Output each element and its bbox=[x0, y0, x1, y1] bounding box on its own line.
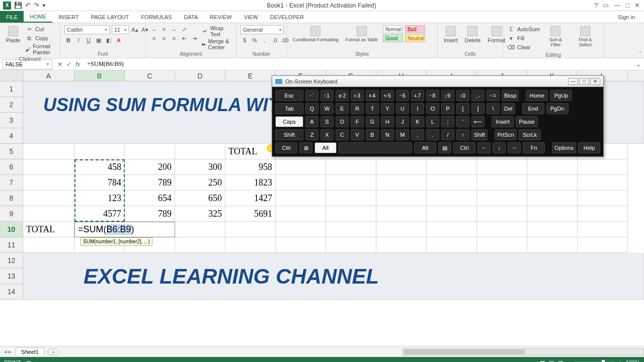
indent-dec-icon[interactable]: ⇤ bbox=[180, 34, 188, 42]
key-4[interactable]: $4 bbox=[366, 90, 379, 101]
key-0[interactable]: )0 bbox=[456, 90, 469, 101]
key-9[interactable]: (9 bbox=[441, 90, 454, 101]
align-mid-icon[interactable]: ≡ bbox=[160, 25, 168, 33]
key-Del[interactable]: Del bbox=[502, 103, 515, 114]
key-K[interactable]: K bbox=[411, 116, 424, 127]
cell-C7[interactable]: 789 bbox=[125, 175, 175, 191]
select-all-corner[interactable] bbox=[0, 70, 23, 81]
cut-button[interactable]: ✂Cut bbox=[25, 25, 56, 33]
key-C[interactable]: C bbox=[336, 129, 349, 140]
key-W[interactable]: W bbox=[320, 103, 334, 114]
key-`[interactable]: ~` bbox=[305, 90, 318, 101]
cell-E8[interactable]: 1427 bbox=[225, 191, 276, 206]
format-painter-button[interactable]: 🖌Format Painter bbox=[25, 43, 56, 55]
tab-view[interactable]: VIEW bbox=[238, 11, 264, 23]
key-'[interactable]: ' bbox=[456, 116, 469, 127]
key-,[interactable]: , bbox=[411, 129, 424, 140]
expand-formula-icon[interactable]: ⌄ bbox=[633, 61, 644, 68]
underline-icon[interactable]: U bbox=[85, 36, 93, 44]
key-↓[interactable]: ↓ bbox=[493, 142, 506, 153]
cell-E7[interactable]: 1823 bbox=[225, 175, 276, 191]
cell-B9[interactable]: 4577 bbox=[74, 206, 125, 222]
key-Fn[interactable]: Fn bbox=[523, 142, 545, 153]
key-space[interactable] bbox=[339, 142, 412, 153]
row-header-13[interactable]: 13 bbox=[0, 268, 23, 284]
view-pagebreak-icon[interactable]: ▥ bbox=[558, 359, 563, 363]
key-H[interactable]: H bbox=[381, 116, 394, 127]
copy-button[interactable]: ⧉Copy bbox=[25, 34, 56, 42]
indent-inc-icon[interactable]: ⇥ bbox=[190, 34, 198, 42]
key-Shift[interactable]: Shift bbox=[471, 129, 488, 140]
comma-icon[interactable]: , bbox=[261, 36, 269, 44]
cell-E6[interactable]: 958 bbox=[225, 159, 276, 175]
style-neutral[interactable]: Neutral bbox=[405, 34, 425, 42]
key-Shift[interactable]: Shift bbox=[275, 129, 303, 140]
key-7[interactable]: &7 bbox=[411, 90, 424, 101]
key-/[interactable]: / bbox=[441, 129, 454, 140]
signin-link[interactable]: Sign in bbox=[618, 11, 644, 23]
minimize-icon[interactable]: — bbox=[614, 2, 620, 9]
cell-B8[interactable]: 123 bbox=[74, 191, 125, 206]
key-L[interactable]: L bbox=[426, 116, 439, 127]
key-Q[interactable]: Q bbox=[305, 103, 318, 114]
cell-D6[interactable]: 300 bbox=[175, 159, 225, 175]
key-Insert[interactable]: Insert bbox=[492, 116, 514, 127]
qat-redo-icon[interactable]: ↷ bbox=[34, 2, 39, 9]
key-↑[interactable]: ↑ bbox=[456, 129, 469, 140]
key-V[interactable]: V bbox=[351, 129, 364, 140]
cell-D9[interactable]: 325 bbox=[175, 206, 225, 222]
tab-pagelayout[interactable]: PAGE LAYOUT bbox=[85, 11, 135, 23]
key-O[interactable]: O bbox=[426, 103, 439, 114]
row-header-6[interactable]: 6 bbox=[0, 159, 23, 175]
row-header-2[interactable]: 2 bbox=[0, 97, 23, 113]
key-Tab[interactable]: Tab bbox=[275, 103, 303, 114]
cell-C9[interactable]: 789 bbox=[125, 206, 175, 222]
horizontal-scrollbar[interactable] bbox=[403, 348, 644, 355]
key-PgDn[interactable]: PgDn bbox=[546, 103, 569, 114]
maximize-icon[interactable]: □ bbox=[625, 2, 629, 9]
key-2[interactable]: @2 bbox=[336, 90, 349, 101]
osk-maximize-icon[interactable]: □ bbox=[579, 78, 589, 85]
ribbon-opts-icon[interactable]: ▭ bbox=[603, 2, 609, 9]
row-header-14[interactable]: 14 bbox=[0, 284, 23, 300]
key-Help[interactable]: Help bbox=[578, 142, 600, 153]
key-=[interactable]: += bbox=[487, 90, 500, 101]
view-normal-icon[interactable]: ▦ bbox=[540, 359, 545, 363]
qat-customize-icon[interactable]: ▾ bbox=[42, 2, 46, 9]
key-Z[interactable]: Z bbox=[305, 129, 318, 140]
key-1[interactable]: !1 bbox=[320, 90, 334, 101]
key-⟵[interactable]: ⟵ bbox=[471, 116, 485, 127]
currency-icon[interactable]: $ bbox=[240, 36, 249, 44]
row-header-10[interactable]: 10 bbox=[0, 222, 23, 237]
key-6[interactable]: ^6 bbox=[396, 90, 409, 101]
inc-dec-icon[interactable]: .0 bbox=[271, 36, 279, 44]
cell-D7[interactable]: 250 bbox=[175, 175, 225, 191]
key-5[interactable]: %5 bbox=[381, 90, 394, 101]
font-name-combo[interactable]: Calibri▾ bbox=[64, 25, 110, 34]
key-G[interactable]: G bbox=[366, 116, 379, 127]
cancel-formula-icon[interactable]: ✕ bbox=[57, 61, 62, 68]
fill-button[interactable]: ▾Fill bbox=[507, 34, 540, 42]
align-left-icon[interactable]: ≡ bbox=[150, 34, 158, 42]
row-header-4[interactable]: 4 bbox=[0, 128, 23, 144]
key-X[interactable]: X bbox=[320, 129, 334, 140]
key-8[interactable]: *8 bbox=[426, 90, 439, 101]
fill-color-icon[interactable]: ◧ bbox=[105, 36, 113, 44]
cell-B7[interactable]: 784 bbox=[74, 175, 125, 191]
key-←[interactable]: ← bbox=[477, 142, 491, 153]
close-icon[interactable]: ✕ bbox=[634, 2, 640, 9]
cell-C8[interactable]: 654 bbox=[125, 191, 175, 206]
percent-icon[interactable]: % bbox=[251, 36, 259, 44]
paste-button[interactable]: Paste bbox=[4, 25, 22, 44]
autosum-button[interactable]: ΣAutoSum bbox=[507, 25, 540, 33]
key-PrtScn[interactable]: PrtScn bbox=[495, 129, 517, 140]
key-Options[interactable]: Options bbox=[552, 142, 576, 153]
style-good[interactable]: Good bbox=[383, 34, 403, 42]
col-header-B[interactable]: B bbox=[74, 70, 125, 81]
cond-format-button[interactable]: Conditional Formatting bbox=[291, 25, 341, 43]
row-header-9[interactable]: 9 bbox=[0, 206, 23, 222]
key-U[interactable]: U bbox=[396, 103, 409, 114]
zoom-in-icon[interactable]: + bbox=[618, 359, 621, 362]
zoom-out-icon[interactable]: − bbox=[567, 359, 570, 362]
tab-formulas[interactable]: FORMULAS bbox=[135, 11, 178, 23]
